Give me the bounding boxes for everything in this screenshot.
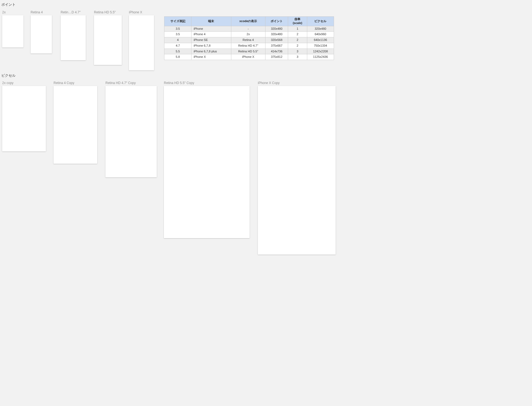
artboard-label: iPhone X Copy <box>258 81 336 85</box>
table-row: 5.5 iPhone 6,7,8 plus Retina HD 5.5″ 414… <box>164 49 334 54</box>
artboard-label: 2x copy <box>2 81 46 85</box>
artboard-retina-hd-55[interactable]: Retina HD 5.5″ <box>94 10 122 65</box>
th-points: ポイント <box>265 17 288 26</box>
artboard-canvas <box>2 15 23 47</box>
artboard-2x-copy[interactable]: 2x copy <box>2 81 46 151</box>
artboard-iphone-x[interactable]: iPhone X <box>129 10 155 70</box>
th-pixels: ピクセル <box>307 17 334 26</box>
table-row: 3.5 iPhone 4 2x 320x480 2 640x960 <box>164 32 334 37</box>
artboard-canvas <box>54 86 97 164</box>
table-row: 4 iPhone SE Retina 4 320x568 2 640x1136 <box>164 37 334 43</box>
artboard-canvas <box>94 15 122 65</box>
artboard-label: Retina 4 <box>31 10 54 14</box>
table-row: 5.8 iPhone X iPhone X 375x812 3 1125x243… <box>164 54 334 60</box>
artboard-retina4[interactable]: Retina 4 <box>31 10 54 53</box>
artboard-canvas <box>129 15 154 70</box>
artboard-retina-hd-47[interactable]: Retin…D 4.7″ <box>61 10 86 60</box>
artboard-2x[interactable]: 2x <box>2 10 24 47</box>
artboard-label: Retina HD 5.5″ Copy <box>164 81 250 85</box>
artboard-canvas <box>31 15 52 53</box>
table-header-row: サイズ表記 端末 xcodeの表示 ポイント 倍率 (scale) ピクセル <box>164 17 334 26</box>
section-title-points: ポイント <box>1 2 16 7</box>
artboard-label: Retina HD 5.5″ <box>94 10 122 14</box>
artboard-label: 2x <box>2 10 24 14</box>
artboard-retina-hd-47-copy[interactable]: Retina HD 4.7″ Copy <box>105 81 157 177</box>
th-scale: 倍率 (scale) <box>288 17 307 26</box>
artboard-retina-hd-55-copy[interactable]: Retina HD 5.5″ Copy <box>164 81 250 238</box>
th-size: サイズ表記 <box>164 17 191 26</box>
artboard-canvas <box>164 86 250 238</box>
artboard-label: Retin…D 4.7″ <box>61 10 86 14</box>
table-row: 3.5 iPhone - 320x480 1 320x480 <box>164 26 334 32</box>
device-spec-table: サイズ表記 端末 xcodeの表示 ポイント 倍率 (scale) ピクセル 3… <box>164 16 334 60</box>
artboard-label: Retina 4 Copy <box>54 81 98 85</box>
th-xcode: xcodeの表示 <box>231 17 265 26</box>
th-device: 端末 <box>191 17 231 26</box>
artboard-iphone-x-copy[interactable]: iPhone X Copy <box>258 81 336 255</box>
table-row: 4.7 iPhone 6,7,8 Retina HD 4.7″ 375x667 … <box>164 43 334 49</box>
artboard-label: Retina HD 4.7″ Copy <box>105 81 157 85</box>
artboard-retina4-copy[interactable]: Retina 4 Copy <box>54 81 98 164</box>
artboard-canvas <box>105 86 157 177</box>
section-title-pixels: ピクセル <box>1 73 16 78</box>
artboard-canvas <box>258 86 336 255</box>
artboard-label: iPhone X <box>129 10 155 14</box>
artboard-canvas <box>2 86 46 151</box>
artboard-canvas <box>61 15 86 60</box>
